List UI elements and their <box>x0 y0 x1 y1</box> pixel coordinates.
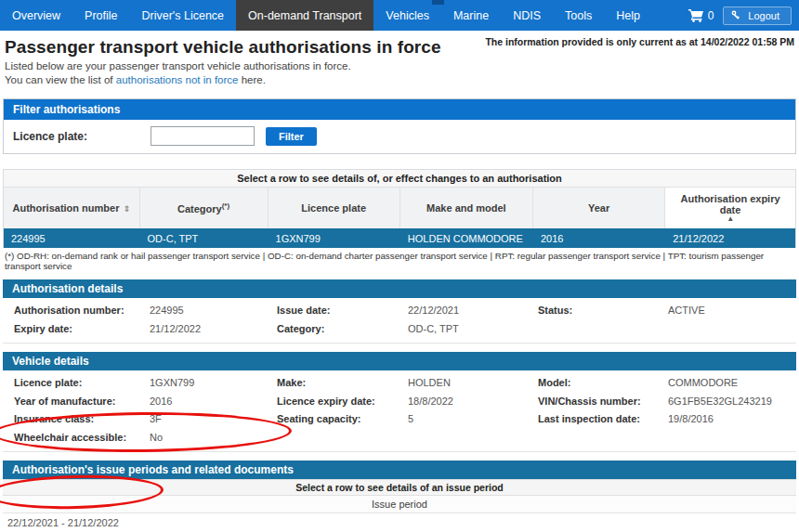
field-value: COMMODORE <box>668 374 796 393</box>
page-subtitle: Listed below are your passenger transpor… <box>3 59 796 73</box>
authorisation-row-selected[interactable]: 224995 OD-C, TPT 1GXN799 HOLDEN COMMODOR… <box>4 228 795 248</box>
authorisation-details-title: Authorisation details <box>3 279 796 298</box>
field-label <box>527 320 668 339</box>
field-value: HOLDEN <box>408 374 527 393</box>
vehicle-details-title: Vehicle details <box>3 352 796 370</box>
field-value: 6G1FB5E32GL243219 <box>668 393 796 411</box>
table-header-row: Authorisation number⇕ Category(*) Licenc… <box>4 188 795 228</box>
detail-row: Insurance class: 3F Seating capacity: 5 … <box>3 410 796 429</box>
detail-row: Wheelchair accessible: No <box>3 429 796 448</box>
vehicle-details-section: Vehicle details Licence plate: 1GXN799 M… <box>3 352 796 452</box>
column-header-authorisation-expiry-date[interactable]: Authorisation expiry date ▲ <box>665 188 795 228</box>
authorisations-not-in-force-link[interactable]: authorisations not in force <box>116 74 239 85</box>
field-value: 21/12/2022 <box>150 320 266 339</box>
nav-item-drivers-licence[interactable]: Driver's Licence <box>130 0 237 31</box>
nav-item-tools[interactable]: Tools <box>553 0 604 31</box>
cell-category: OD-C, TPT <box>140 228 269 248</box>
nav-item-ndis[interactable]: NDIS <box>501 0 553 31</box>
view-list-suffix: here. <box>238 74 265 85</box>
column-header-authorisation-number[interactable]: Authorisation number⇕ <box>4 188 140 228</box>
field-value: 3F <box>150 410 266 429</box>
issue-period-column-header: Issue period <box>3 496 796 513</box>
field-value: No <box>150 429 266 448</box>
field-label: Authorisation number: <box>3 302 150 320</box>
view-list-prefix: You can view the list of <box>5 74 116 85</box>
column-header-year[interactable]: Year <box>533 188 665 228</box>
table-caption: Select a row to see details of, or effec… <box>4 170 795 188</box>
browser-edge-artifact <box>432 0 444 5</box>
field-value: 19/8/2016 <box>668 410 796 429</box>
key-icon <box>731 10 741 20</box>
field-value <box>668 320 796 339</box>
field-label: Category: <box>266 320 408 339</box>
top-navigation: Overview Profile Driver's Licence On-dem… <box>0 0 799 31</box>
column-header-make-and-model[interactable]: Make and model <box>400 188 533 228</box>
cell-authorisation-number: 224995 <box>4 228 140 248</box>
nav-item-help[interactable]: Help <box>604 0 652 31</box>
field-value: 1GXN799 <box>150 374 266 393</box>
field-value: 2016 <box>150 393 266 411</box>
field-value: OD-C, TPT <box>408 320 527 339</box>
cell-year: 2016 <box>533 228 665 248</box>
nav-item-on-demand-transport[interactable]: On-demand Transport <box>236 0 373 31</box>
col-label: Authorisation expiry date <box>669 193 792 215</box>
field-value: 18/8/2022 <box>408 393 527 411</box>
licence-plate-input[interactable] <box>151 126 255 146</box>
sort-ascending-icon: ▲ <box>727 215 734 223</box>
field-label <box>266 429 408 448</box>
field-value: 22/12/2021 <box>408 302 527 320</box>
cell-licence-plate: 1GXN799 <box>269 228 400 248</box>
cart-icon <box>688 9 704 22</box>
nav-menu: Overview Profile Driver's Licence On-dem… <box>0 0 652 31</box>
issue-periods-section: Authorisation's issue periods and relate… <box>3 461 796 532</box>
column-header-licence-plate[interactable]: Licence plate <box>269 188 400 228</box>
cart-count: 0 <box>708 9 714 22</box>
sort-updown-icon: ⇕ <box>123 204 130 214</box>
filter-button[interactable]: Filter <box>266 127 317 146</box>
authorisations-table: Select a row to see details of, or effec… <box>3 169 796 248</box>
field-value: ACTIVE <box>668 302 796 320</box>
authorisation-details-section: Authorisation details Authorisation numb… <box>3 279 796 344</box>
detail-row: Expiry date: 21/12/2022 Category: OD-C, … <box>3 320 796 339</box>
field-label: Licence plate: <box>3 374 150 393</box>
category-footnote-marker: (*) <box>222 201 229 210</box>
field-label: Last inspection date: <box>527 410 668 429</box>
logout-button[interactable]: Logout <box>723 6 792 25</box>
field-label: Expiry date: <box>3 320 150 339</box>
detail-row: Licence plate: 1GXN799 Make: HOLDEN Mode… <box>3 374 796 393</box>
issue-periods-caption: Select a row to see details of an issue … <box>3 479 796 496</box>
category-footnote: (*) OD-RH: on-demand rank or hail passen… <box>3 248 796 271</box>
field-value <box>408 429 527 448</box>
current-info-text: The information provided is only current… <box>485 36 794 47</box>
licence-plate-label: Licence plate: <box>13 130 151 143</box>
field-label: Seating capacity: <box>266 410 408 429</box>
col-label: Make and model <box>426 202 506 214</box>
col-label: Licence plate <box>301 202 366 214</box>
field-label: Status: <box>527 302 668 320</box>
nav-item-overview[interactable]: Overview <box>0 0 72 31</box>
field-label <box>527 429 668 448</box>
nav-item-marine[interactable]: Marine <box>441 0 501 31</box>
detail-row: Year of manufacture: 2016 Licence expiry… <box>3 393 796 411</box>
field-label: Licence expiry date: <box>266 393 408 411</box>
detail-row: Authorisation number: 224995 Issue date:… <box>3 302 796 320</box>
col-label: Year <box>588 202 609 214</box>
field-label: Make: <box>266 374 408 393</box>
field-value: 5 <box>408 410 527 429</box>
issue-period-row[interactable]: 22/12/2021 - 21/12/2022 <box>3 513 796 532</box>
cell-make-and-model: HOLDEN COMMODORE <box>400 228 533 248</box>
column-header-category[interactable]: Category(*) <box>140 188 269 228</box>
cart-button[interactable]: 0 <box>688 9 714 22</box>
col-label: Category <box>177 203 222 214</box>
field-label: VIN/Chassis number: <box>527 393 668 411</box>
cell-expiry-date: 21/12/2022 <box>665 228 795 248</box>
field-label: Wheelchair accessible: <box>3 429 150 448</box>
field-label: Issue date: <box>266 302 408 320</box>
filter-panel: Filter authorisations Licence plate: Fil… <box>3 98 796 154</box>
nav-item-profile[interactable]: Profile <box>72 0 129 31</box>
field-label: Insurance class: <box>3 410 150 429</box>
field-label: Year of manufacture: <box>3 393 150 411</box>
field-label: Model: <box>527 374 668 393</box>
filter-panel-title: Filter authorisations <box>4 99 795 120</box>
issue-periods-title: Authorisation's issue periods and relate… <box>3 461 796 479</box>
